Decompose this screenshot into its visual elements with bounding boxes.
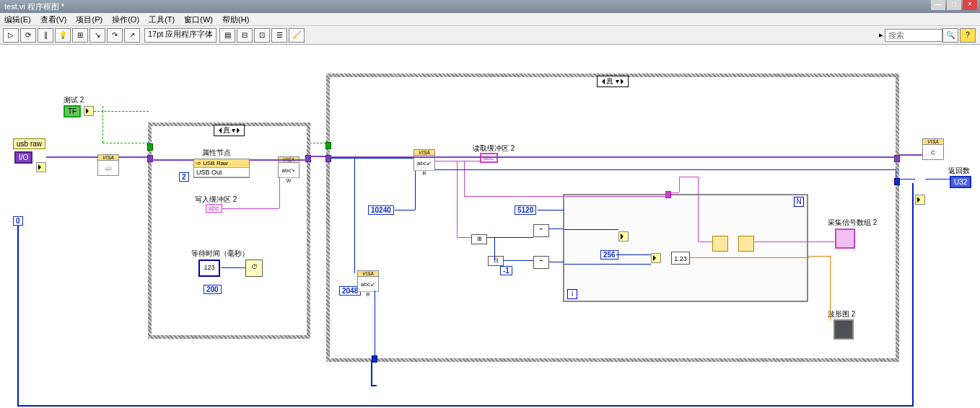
const-5120[interactable]: 5120 — [515, 205, 536, 215]
tunnel-bool-1 — [147, 143, 153, 151]
test2-terminal — [84, 106, 94, 116]
visa-close-node[interactable]: VISA C — [922, 138, 944, 160]
search-container: ▸ 🔍 ? — [879, 28, 977, 43]
wire-visa-close — [899, 154, 922, 156]
wire-visa-2 — [119, 156, 148, 158]
run-button[interactable]: ▷ — [3, 28, 19, 43]
wait-ms-control[interactable]: 123 — [198, 260, 220, 277]
const-two[interactable]: 2 — [179, 172, 189, 182]
retain-button[interactable]: ⊞ — [72, 28, 88, 43]
menu-help[interactable]: 帮助(H) — [222, 15, 249, 24]
wire-visa-between — [310, 156, 326, 157]
const-zero[interactable]: 0 — [13, 216, 23, 226]
wire-zero-v2 — [912, 183, 914, 407]
align-button[interactable]: ▤ — [219, 28, 235, 43]
label-prop-node: 属性节点 — [202, 148, 231, 158]
label-signal-array: 采集信号数组 2 — [828, 218, 877, 228]
label-wait: 等待时间（毫秒） — [191, 249, 249, 259]
const-10240[interactable]: 10240 — [368, 205, 394, 215]
distribute-button[interactable]: ⊟ — [237, 28, 253, 43]
return-count-indicator[interactable]: U32 — [950, 176, 971, 188]
prop-usb-out: USB Out — [194, 168, 249, 177]
string-to-byte-node[interactable]: ⊞ — [471, 234, 487, 244]
usb-raw-control[interactable]: I/O — [14, 151, 32, 164]
const-256[interactable]: 256 — [600, 250, 618, 260]
search-input[interactable] — [885, 29, 942, 42]
split-array-node-2[interactable]: ⫟ — [533, 256, 549, 269]
read-buffer-ind[interactable]: abc — [480, 153, 498, 163]
case-selector-2[interactable]: 真 ▾ — [597, 76, 629, 87]
minimize-button[interactable]: — — [931, 0, 945, 10]
build-array-node[interactable] — [712, 236, 728, 252]
label-test2: 测试 2 — [64, 95, 84, 105]
case-structure-2[interactable]: 真 ▾ 10240 2048 5120 -1 VISA abc↙ R VISA … — [326, 74, 899, 362]
search-button[interactable]: 🔍 — [942, 28, 958, 43]
label-write-buf: 写入缓冲区 2 — [195, 195, 237, 205]
split-array-node-1[interactable]: ⫟ — [533, 224, 549, 237]
waveform-indicator[interactable] — [834, 319, 854, 340]
highlight-button[interactable]: 💡 — [55, 28, 71, 43]
window-buttons: — □ × — [929, 0, 977, 10]
label-waveform: 波形图 2 — [828, 309, 855, 319]
run-continuous-button[interactable]: ⟳ — [20, 28, 36, 43]
menu-project[interactable]: 项目(P) — [76, 15, 102, 24]
resize-button[interactable]: ⊡ — [254, 28, 270, 43]
wire-visa-1 — [46, 156, 98, 158]
visa-open-node[interactable]: VISA 📖 — [97, 154, 119, 176]
step-over-button[interactable]: ↷ — [107, 28, 123, 43]
close-button[interactable]: × — [963, 0, 977, 10]
to-dbl-node[interactable]: 1.23 — [671, 252, 690, 265]
help-button[interactable]: ? — [960, 28, 976, 43]
toolbar: ▷ ⟳ ∥ 💡 ⊞ ↘ ↷ ↗ 17pt 应用程序字体 ▤ ⊟ ⊡ ☰ 🧹 ▸ … — [0, 26, 980, 45]
write-buffer-const[interactable]: abc — [206, 204, 222, 213]
label-read-buf: 读取缓冲区 2 — [473, 143, 515, 154]
font-select[interactable]: 17pt 应用程序字体 — [144, 28, 216, 43]
prop-usb-raw: ⇨ USB Raw — [194, 159, 249, 168]
step-in-button[interactable]: ↘ — [89, 28, 105, 43]
multiply-icon[interactable] — [618, 231, 629, 241]
add-icon[interactable] — [651, 253, 661, 263]
block-diagram[interactable]: http://blog.csdn.net/wywywgy 测试 2 TF usb… — [0, 45, 980, 408]
window-title: test.vi 程序框图 * — [4, 2, 64, 11]
const-neg1[interactable]: -1 — [500, 266, 512, 275]
wire-zero-v — [17, 226, 19, 406]
pause-button[interactable]: ∥ — [38, 28, 53, 43]
cleanup-button[interactable]: 🧹 — [289, 28, 305, 43]
visa-read-node-1[interactable]: VISA abc↙ R — [414, 149, 435, 171]
signal-array-indicator[interactable] — [835, 229, 855, 249]
menu-tools[interactable]: 工具(T) — [149, 15, 175, 24]
for-loop[interactable]: N i 256 1.23 — [563, 194, 808, 302]
visa-header: VISA — [98, 155, 118, 161]
usb-raw-label-box: usb raw — [13, 138, 45, 149]
wire-bool-v1 — [102, 111, 103, 143]
wire-zero-h — [17, 405, 912, 407]
convert-node[interactable] — [738, 236, 754, 252]
usb-raw-terminal — [36, 162, 46, 172]
property-node[interactable]: ⇨ USB Raw USB Out — [193, 159, 250, 178]
for-n[interactable]: N — [794, 197, 804, 207]
menu-bar: 编辑(E) 查看(V) 项目(P) 操作(O) 工具(T) 窗口(W) 帮助(H… — [0, 13, 980, 26]
menu-operate[interactable]: 操作(O) — [112, 15, 139, 24]
case-structure-1[interactable]: 真 ▾ 属性节点 ⇨ USB Raw USB Out 2 VISA abc↘ W… — [148, 123, 310, 339]
step-out-button[interactable]: ↗ — [124, 28, 140, 43]
visa-read-node-2[interactable]: VISA abc↙ R — [357, 270, 379, 292]
reorder-button[interactable]: ☰ — [271, 28, 287, 43]
visa-open-icon: 📖 — [98, 161, 118, 175]
gt-node[interactable] — [915, 195, 925, 205]
title-bar: test.vi 程序框图 * — □ × — [0, 0, 980, 13]
label-return-count: 返回数 — [948, 166, 970, 176]
wire-bool-v2 — [102, 106, 103, 112]
tunnel-visa-in-1 — [147, 155, 153, 162]
case-selector-1[interactable]: 真 ▾ — [214, 125, 245, 136]
for-i: i — [567, 289, 577, 299]
menu-window[interactable]: 窗口(W) — [184, 15, 213, 24]
tunnel-bool-2 — [325, 142, 331, 149]
menu-edit[interactable]: 编辑(E) — [4, 15, 31, 24]
const-200[interactable]: 200 — [204, 285, 222, 294]
wait-ms-icon[interactable]: ⏱ — [245, 260, 263, 277]
test2-control[interactable]: TF — [64, 105, 81, 117]
maximize-button[interactable]: □ — [947, 0, 961, 10]
array-size-node[interactable]: ⊡ — [488, 256, 504, 266]
menu-view[interactable]: 查看(V) — [40, 15, 67, 24]
